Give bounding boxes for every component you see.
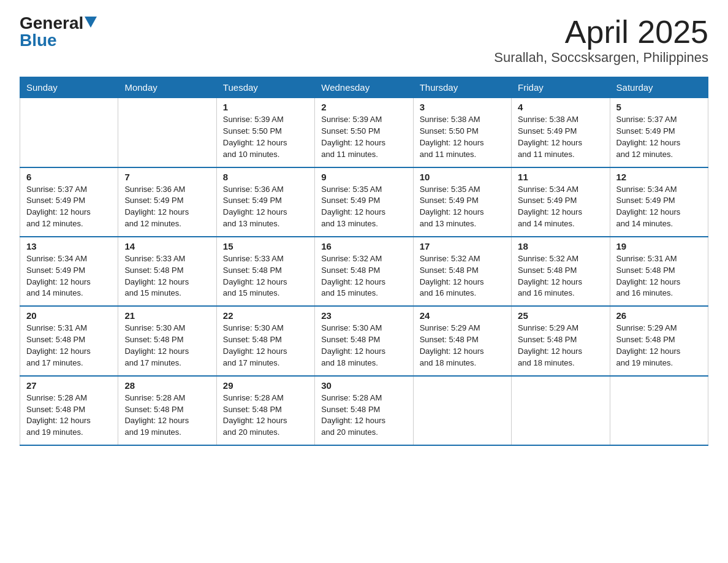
header-cell-sunday: Sunday bbox=[20, 77, 118, 98]
calendar-cell: 24Sunrise: 5:29 AMSunset: 5:48 PMDayligh… bbox=[413, 306, 511, 375]
day-info: Sunrise: 5:28 AMSunset: 5:48 PMDaylight:… bbox=[223, 393, 308, 439]
calendar-cell: 16Sunrise: 5:32 AMSunset: 5:48 PMDayligh… bbox=[315, 237, 413, 306]
calendar-cell: 23Sunrise: 5:30 AMSunset: 5:48 PMDayligh… bbox=[315, 306, 413, 375]
day-info: Sunrise: 5:29 AMSunset: 5:48 PMDaylight:… bbox=[420, 323, 505, 369]
day-number: 15 bbox=[223, 241, 308, 251]
calendar-cell bbox=[20, 98, 118, 167]
calendar-cell: 21Sunrise: 5:30 AMSunset: 5:48 PMDayligh… bbox=[118, 306, 216, 375]
day-number: 8 bbox=[223, 172, 308, 182]
day-number: 21 bbox=[124, 310, 210, 321]
calendar-cell: 3Sunrise: 5:38 AMSunset: 5:50 PMDaylight… bbox=[413, 98, 511, 167]
calendar-cell: 19Sunrise: 5:31 AMSunset: 5:48 PMDayligh… bbox=[610, 237, 708, 306]
calendar-cell: 30Sunrise: 5:28 AMSunset: 5:48 PMDayligh… bbox=[315, 376, 413, 445]
day-number: 28 bbox=[124, 380, 210, 391]
header-row: SundayMondayTuesdayWednesdayThursdayFrid… bbox=[20, 77, 708, 98]
day-number: 26 bbox=[616, 310, 702, 321]
day-number: 29 bbox=[223, 380, 308, 391]
day-number: 10 bbox=[420, 172, 505, 182]
calendar-cell: 18Sunrise: 5:32 AMSunset: 5:48 PMDayligh… bbox=[512, 237, 610, 306]
calendar-week-row: 6Sunrise: 5:37 AMSunset: 5:49 PMDaylight… bbox=[20, 167, 708, 237]
day-info: Sunrise: 5:30 AMSunset: 5:48 PMDaylight:… bbox=[124, 323, 210, 369]
day-number: 17 bbox=[420, 241, 505, 251]
day-info: Sunrise: 5:28 AMSunset: 5:48 PMDaylight:… bbox=[124, 393, 210, 439]
day-number: 3 bbox=[420, 102, 505, 112]
day-info: Sunrise: 5:38 AMSunset: 5:50 PMDaylight:… bbox=[420, 114, 505, 160]
calendar-cell: 22Sunrise: 5:30 AMSunset: 5:48 PMDayligh… bbox=[216, 306, 314, 375]
day-number: 22 bbox=[223, 310, 308, 321]
calendar-week-row: 27Sunrise: 5:28 AMSunset: 5:48 PMDayligh… bbox=[20, 376, 708, 445]
day-info: Sunrise: 5:28 AMSunset: 5:48 PMDaylight:… bbox=[26, 393, 112, 439]
day-number: 23 bbox=[321, 310, 406, 321]
logo-text-blue: Blue bbox=[20, 31, 57, 50]
calendar-cell: 15Sunrise: 5:33 AMSunset: 5:48 PMDayligh… bbox=[216, 237, 314, 306]
calendar-week-row: 1Sunrise: 5:39 AMSunset: 5:50 PMDaylight… bbox=[20, 98, 708, 167]
day-number: 6 bbox=[26, 172, 112, 182]
day-info: Sunrise: 5:33 AMSunset: 5:48 PMDaylight:… bbox=[223, 253, 308, 299]
day-info: Sunrise: 5:34 AMSunset: 5:49 PMDaylight:… bbox=[518, 184, 603, 230]
day-info: Sunrise: 5:34 AMSunset: 5:49 PMDaylight:… bbox=[616, 184, 702, 230]
page-title: April 2025 bbox=[494, 15, 708, 50]
calendar-cell: 6Sunrise: 5:37 AMSunset: 5:49 PMDaylight… bbox=[20, 167, 118, 237]
day-info: Sunrise: 5:32 AMSunset: 5:48 PMDaylight:… bbox=[321, 253, 406, 299]
calendar-header: SundayMondayTuesdayWednesdayThursdayFrid… bbox=[20, 77, 708, 98]
day-number: 2 bbox=[321, 102, 406, 112]
calendar-cell: 17Sunrise: 5:32 AMSunset: 5:48 PMDayligh… bbox=[413, 237, 511, 306]
calendar-cell: 2Sunrise: 5:39 AMSunset: 5:50 PMDaylight… bbox=[315, 98, 413, 167]
calendar-week-row: 13Sunrise: 5:34 AMSunset: 5:49 PMDayligh… bbox=[20, 237, 708, 306]
calendar-cell bbox=[512, 376, 610, 445]
page-subtitle: Surallah, Soccsksargen, Philippines bbox=[494, 50, 708, 66]
calendar-cell: 8Sunrise: 5:36 AMSunset: 5:49 PMDaylight… bbox=[216, 167, 314, 237]
header-cell-saturday: Saturday bbox=[610, 77, 708, 98]
calendar-body: 1Sunrise: 5:39 AMSunset: 5:50 PMDaylight… bbox=[20, 98, 708, 445]
calendar-table: SundayMondayTuesdayWednesdayThursdayFrid… bbox=[20, 77, 708, 446]
day-number: 13 bbox=[26, 241, 112, 251]
header-cell-friday: Friday bbox=[512, 77, 610, 98]
calendar-cell: 7Sunrise: 5:36 AMSunset: 5:49 PMDaylight… bbox=[118, 167, 216, 237]
calendar-cell: 29Sunrise: 5:28 AMSunset: 5:48 PMDayligh… bbox=[216, 376, 314, 445]
day-info: Sunrise: 5:28 AMSunset: 5:48 PMDaylight:… bbox=[321, 393, 406, 439]
day-info: Sunrise: 5:31 AMSunset: 5:48 PMDaylight:… bbox=[616, 253, 702, 299]
day-number: 16 bbox=[321, 241, 406, 251]
logo-triangle-icon bbox=[85, 17, 97, 28]
calendar-cell: 12Sunrise: 5:34 AMSunset: 5:49 PMDayligh… bbox=[610, 167, 708, 237]
calendar-cell: 14Sunrise: 5:33 AMSunset: 5:48 PMDayligh… bbox=[118, 237, 216, 306]
day-info: Sunrise: 5:29 AMSunset: 5:48 PMDaylight:… bbox=[616, 323, 702, 369]
calendar-cell: 9Sunrise: 5:35 AMSunset: 5:49 PMDaylight… bbox=[315, 167, 413, 237]
day-info: Sunrise: 5:36 AMSunset: 5:49 PMDaylight:… bbox=[124, 184, 210, 230]
header-cell-wednesday: Wednesday bbox=[315, 77, 413, 98]
calendar-cell: 26Sunrise: 5:29 AMSunset: 5:48 PMDayligh… bbox=[610, 306, 708, 375]
day-info: Sunrise: 5:37 AMSunset: 5:49 PMDaylight:… bbox=[26, 184, 112, 230]
logo: General Blue bbox=[20, 15, 97, 49]
day-info: Sunrise: 5:39 AMSunset: 5:50 PMDaylight:… bbox=[321, 114, 406, 160]
day-number: 9 bbox=[321, 172, 406, 182]
calendar-cell: 5Sunrise: 5:37 AMSunset: 5:49 PMDaylight… bbox=[610, 98, 708, 167]
day-info: Sunrise: 5:38 AMSunset: 5:49 PMDaylight:… bbox=[518, 114, 603, 160]
day-info: Sunrise: 5:32 AMSunset: 5:48 PMDaylight:… bbox=[518, 253, 603, 299]
calendar-cell bbox=[413, 376, 511, 445]
day-number: 5 bbox=[616, 102, 702, 112]
calendar-cell: 28Sunrise: 5:28 AMSunset: 5:48 PMDayligh… bbox=[118, 376, 216, 445]
day-number: 19 bbox=[616, 241, 702, 251]
day-number: 24 bbox=[420, 310, 505, 321]
day-info: Sunrise: 5:37 AMSunset: 5:49 PMDaylight:… bbox=[616, 114, 702, 160]
header-cell-tuesday: Tuesday bbox=[216, 77, 314, 98]
day-info: Sunrise: 5:36 AMSunset: 5:49 PMDaylight:… bbox=[223, 184, 308, 230]
header-cell-monday: Monday bbox=[118, 77, 216, 98]
day-number: 30 bbox=[321, 380, 406, 391]
day-info: Sunrise: 5:35 AMSunset: 5:49 PMDaylight:… bbox=[321, 184, 406, 230]
day-number: 4 bbox=[518, 102, 603, 112]
day-info: Sunrise: 5:32 AMSunset: 5:48 PMDaylight:… bbox=[420, 253, 505, 299]
header-cell-thursday: Thursday bbox=[413, 77, 511, 98]
calendar-cell: 20Sunrise: 5:31 AMSunset: 5:48 PMDayligh… bbox=[20, 306, 118, 375]
day-info: Sunrise: 5:33 AMSunset: 5:48 PMDaylight:… bbox=[124, 253, 210, 299]
day-number: 20 bbox=[26, 310, 112, 321]
calendar-cell: 10Sunrise: 5:35 AMSunset: 5:49 PMDayligh… bbox=[413, 167, 511, 237]
day-number: 14 bbox=[124, 241, 210, 251]
day-info: Sunrise: 5:35 AMSunset: 5:49 PMDaylight:… bbox=[420, 184, 505, 230]
calendar-cell: 25Sunrise: 5:29 AMSunset: 5:48 PMDayligh… bbox=[512, 306, 610, 375]
calendar-cell bbox=[118, 98, 216, 167]
day-number: 7 bbox=[124, 172, 210, 182]
calendar-week-row: 20Sunrise: 5:31 AMSunset: 5:48 PMDayligh… bbox=[20, 306, 708, 375]
calendar-cell: 27Sunrise: 5:28 AMSunset: 5:48 PMDayligh… bbox=[20, 376, 118, 445]
day-info: Sunrise: 5:39 AMSunset: 5:50 PMDaylight:… bbox=[223, 114, 308, 160]
